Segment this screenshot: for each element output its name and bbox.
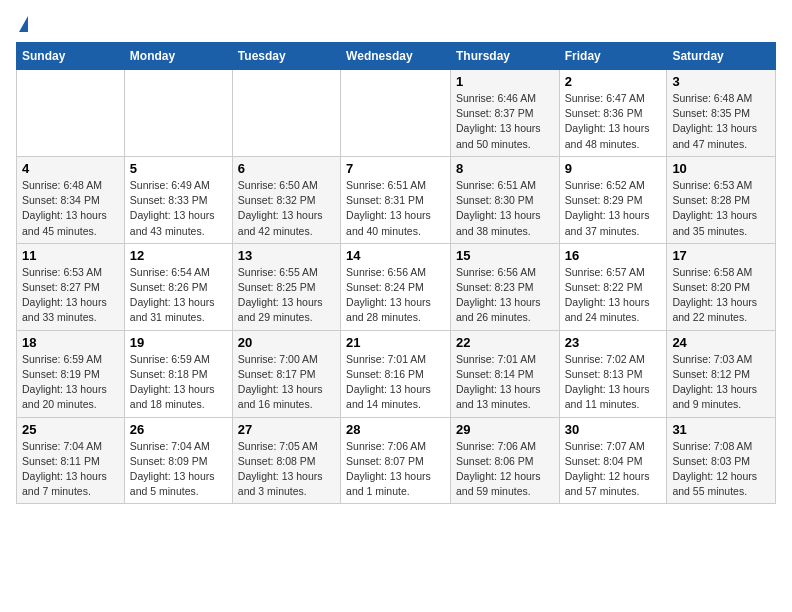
calendar-cell: 30Sunrise: 7:07 AM Sunset: 8:04 PM Dayli…: [559, 417, 667, 504]
day-info: Sunrise: 7:06 AM Sunset: 8:07 PM Dayligh…: [346, 440, 431, 498]
calendar-cell: 21Sunrise: 7:01 AM Sunset: 8:16 PM Dayli…: [341, 330, 451, 417]
calendar-table: SundayMondayTuesdayWednesdayThursdayFrid…: [16, 42, 776, 504]
calendar-header-row: SundayMondayTuesdayWednesdayThursdayFrid…: [17, 43, 776, 70]
calendar-week-row: 1Sunrise: 6:46 AM Sunset: 8:37 PM Daylig…: [17, 70, 776, 157]
day-number: 21: [346, 335, 445, 350]
day-info: Sunrise: 6:48 AM Sunset: 8:34 PM Dayligh…: [22, 179, 107, 237]
day-number: 23: [565, 335, 662, 350]
calendar-week-row: 4Sunrise: 6:48 AM Sunset: 8:34 PM Daylig…: [17, 156, 776, 243]
day-number: 26: [130, 422, 227, 437]
calendar-cell: 22Sunrise: 7:01 AM Sunset: 8:14 PM Dayli…: [450, 330, 559, 417]
calendar-cell: [341, 70, 451, 157]
day-info: Sunrise: 7:04 AM Sunset: 8:11 PM Dayligh…: [22, 440, 107, 498]
day-of-week-header: Wednesday: [341, 43, 451, 70]
day-info: Sunrise: 7:03 AM Sunset: 8:12 PM Dayligh…: [672, 353, 757, 411]
calendar-cell: 18Sunrise: 6:59 AM Sunset: 8:19 PM Dayli…: [17, 330, 125, 417]
day-number: 20: [238, 335, 335, 350]
calendar-week-row: 25Sunrise: 7:04 AM Sunset: 8:11 PM Dayli…: [17, 417, 776, 504]
day-number: 29: [456, 422, 554, 437]
day-number: 10: [672, 161, 770, 176]
day-info: Sunrise: 6:53 AM Sunset: 8:28 PM Dayligh…: [672, 179, 757, 237]
day-info: Sunrise: 6:47 AM Sunset: 8:36 PM Dayligh…: [565, 92, 650, 150]
day-number: 24: [672, 335, 770, 350]
calendar-cell: 4Sunrise: 6:48 AM Sunset: 8:34 PM Daylig…: [17, 156, 125, 243]
day-info: Sunrise: 7:07 AM Sunset: 8:04 PM Dayligh…: [565, 440, 650, 498]
day-of-week-header: Friday: [559, 43, 667, 70]
day-info: Sunrise: 6:54 AM Sunset: 8:26 PM Dayligh…: [130, 266, 215, 324]
calendar-cell: 7Sunrise: 6:51 AM Sunset: 8:31 PM Daylig…: [341, 156, 451, 243]
day-info: Sunrise: 6:57 AM Sunset: 8:22 PM Dayligh…: [565, 266, 650, 324]
calendar-cell: 12Sunrise: 6:54 AM Sunset: 8:26 PM Dayli…: [124, 243, 232, 330]
day-info: Sunrise: 6:52 AM Sunset: 8:29 PM Dayligh…: [565, 179, 650, 237]
calendar-cell: 9Sunrise: 6:52 AM Sunset: 8:29 PM Daylig…: [559, 156, 667, 243]
day-info: Sunrise: 7:02 AM Sunset: 8:13 PM Dayligh…: [565, 353, 650, 411]
calendar-cell: 29Sunrise: 7:06 AM Sunset: 8:06 PM Dayli…: [450, 417, 559, 504]
day-number: 15: [456, 248, 554, 263]
logo-triangle-icon: [19, 16, 28, 32]
day-info: Sunrise: 6:56 AM Sunset: 8:23 PM Dayligh…: [456, 266, 541, 324]
calendar-cell: [124, 70, 232, 157]
calendar-cell: 27Sunrise: 7:05 AM Sunset: 8:08 PM Dayli…: [232, 417, 340, 504]
day-info: Sunrise: 7:08 AM Sunset: 8:03 PM Dayligh…: [672, 440, 757, 498]
day-info: Sunrise: 6:49 AM Sunset: 8:33 PM Dayligh…: [130, 179, 215, 237]
page-header: [16, 16, 776, 34]
calendar-cell: 15Sunrise: 6:56 AM Sunset: 8:23 PM Dayli…: [450, 243, 559, 330]
day-number: 1: [456, 74, 554, 89]
day-number: 6: [238, 161, 335, 176]
calendar-cell: 14Sunrise: 6:56 AM Sunset: 8:24 PM Dayli…: [341, 243, 451, 330]
calendar-cell: 23Sunrise: 7:02 AM Sunset: 8:13 PM Dayli…: [559, 330, 667, 417]
day-info: Sunrise: 6:55 AM Sunset: 8:25 PM Dayligh…: [238, 266, 323, 324]
day-info: Sunrise: 6:46 AM Sunset: 8:37 PM Dayligh…: [456, 92, 541, 150]
calendar-cell: 20Sunrise: 7:00 AM Sunset: 8:17 PM Dayli…: [232, 330, 340, 417]
day-number: 11: [22, 248, 119, 263]
day-of-week-header: Saturday: [667, 43, 776, 70]
calendar-cell: 6Sunrise: 6:50 AM Sunset: 8:32 PM Daylig…: [232, 156, 340, 243]
day-number: 3: [672, 74, 770, 89]
day-number: 2: [565, 74, 662, 89]
day-number: 30: [565, 422, 662, 437]
calendar-week-row: 11Sunrise: 6:53 AM Sunset: 8:27 PM Dayli…: [17, 243, 776, 330]
day-number: 7: [346, 161, 445, 176]
day-info: Sunrise: 6:53 AM Sunset: 8:27 PM Dayligh…: [22, 266, 107, 324]
day-of-week-header: Sunday: [17, 43, 125, 70]
calendar-cell: 5Sunrise: 6:49 AM Sunset: 8:33 PM Daylig…: [124, 156, 232, 243]
day-info: Sunrise: 7:06 AM Sunset: 8:06 PM Dayligh…: [456, 440, 541, 498]
day-number: 28: [346, 422, 445, 437]
day-number: 19: [130, 335, 227, 350]
calendar-cell: 24Sunrise: 7:03 AM Sunset: 8:12 PM Dayli…: [667, 330, 776, 417]
day-number: 8: [456, 161, 554, 176]
calendar-cell: 25Sunrise: 7:04 AM Sunset: 8:11 PM Dayli…: [17, 417, 125, 504]
day-number: 18: [22, 335, 119, 350]
calendar-week-row: 18Sunrise: 6:59 AM Sunset: 8:19 PM Dayli…: [17, 330, 776, 417]
day-info: Sunrise: 6:51 AM Sunset: 8:31 PM Dayligh…: [346, 179, 431, 237]
calendar-cell: 19Sunrise: 6:59 AM Sunset: 8:18 PM Dayli…: [124, 330, 232, 417]
day-info: Sunrise: 6:56 AM Sunset: 8:24 PM Dayligh…: [346, 266, 431, 324]
day-info: Sunrise: 6:59 AM Sunset: 8:19 PM Dayligh…: [22, 353, 107, 411]
day-number: 17: [672, 248, 770, 263]
day-info: Sunrise: 6:48 AM Sunset: 8:35 PM Dayligh…: [672, 92, 757, 150]
day-info: Sunrise: 7:01 AM Sunset: 8:14 PM Dayligh…: [456, 353, 541, 411]
day-of-week-header: Monday: [124, 43, 232, 70]
day-info: Sunrise: 6:58 AM Sunset: 8:20 PM Dayligh…: [672, 266, 757, 324]
calendar-cell: 10Sunrise: 6:53 AM Sunset: 8:28 PM Dayli…: [667, 156, 776, 243]
day-number: 5: [130, 161, 227, 176]
calendar-cell: [17, 70, 125, 157]
calendar-cell: [232, 70, 340, 157]
calendar-cell: 31Sunrise: 7:08 AM Sunset: 8:03 PM Dayli…: [667, 417, 776, 504]
day-of-week-header: Tuesday: [232, 43, 340, 70]
day-info: Sunrise: 7:01 AM Sunset: 8:16 PM Dayligh…: [346, 353, 431, 411]
day-info: Sunrise: 6:50 AM Sunset: 8:32 PM Dayligh…: [238, 179, 323, 237]
calendar-cell: 16Sunrise: 6:57 AM Sunset: 8:22 PM Dayli…: [559, 243, 667, 330]
day-info: Sunrise: 7:05 AM Sunset: 8:08 PM Dayligh…: [238, 440, 323, 498]
calendar-cell: 3Sunrise: 6:48 AM Sunset: 8:35 PM Daylig…: [667, 70, 776, 157]
logo: [16, 16, 28, 34]
day-number: 4: [22, 161, 119, 176]
day-info: Sunrise: 6:51 AM Sunset: 8:30 PM Dayligh…: [456, 179, 541, 237]
day-number: 27: [238, 422, 335, 437]
calendar-cell: 28Sunrise: 7:06 AM Sunset: 8:07 PM Dayli…: [341, 417, 451, 504]
day-number: 9: [565, 161, 662, 176]
calendar-cell: 26Sunrise: 7:04 AM Sunset: 8:09 PM Dayli…: [124, 417, 232, 504]
day-of-week-header: Thursday: [450, 43, 559, 70]
day-number: 13: [238, 248, 335, 263]
day-number: 31: [672, 422, 770, 437]
